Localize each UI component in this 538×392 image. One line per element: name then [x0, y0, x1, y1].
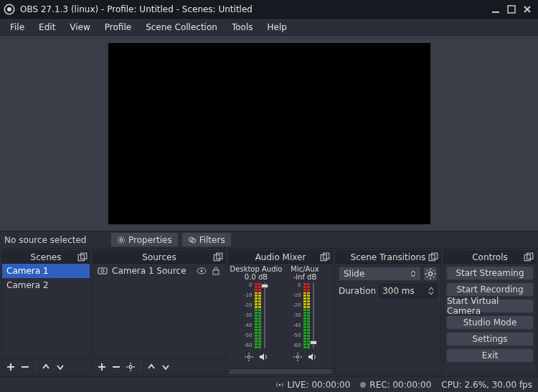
lock-toggle[interactable] — [211, 266, 221, 276]
remove-scene-button[interactable] — [19, 360, 32, 373]
volume-slider[interactable] — [263, 282, 267, 348]
mute-button[interactable] — [306, 351, 318, 363]
mixer-channel-desktop-audio: Desktop Audio 0.0 dB 0-10-20-30-40-50-60 — [232, 265, 280, 368]
channel-settings-button[interactable] — [292, 351, 303, 363]
start-virtual-camera-button[interactable]: Start Virtual Camera — [446, 299, 534, 313]
record-dot-icon — [360, 382, 366, 388]
preview-area — [0, 36, 538, 231]
duration-spinbox[interactable]: 300 ms — [379, 284, 438, 298]
channel-db: 0.0 dB — [245, 273, 268, 281]
sources-undock-button[interactable] — [213, 252, 223, 262]
channel-settings-button[interactable] — [243, 351, 255, 363]
titlebar: OBS 27.1.3 (linux) - Profile: Untitled -… — [0, 0, 538, 19]
menu-view[interactable]: View — [62, 19, 97, 35]
settings-button[interactable]: Settings — [446, 332, 534, 346]
move-scene-down-button[interactable] — [54, 360, 67, 373]
transitions-dock: Scene Transitions Slide Duration — [335, 250, 441, 375]
menu-edit[interactable]: Edit — [32, 19, 62, 35]
svg-point-45 — [296, 355, 299, 358]
window-title: OBS 27.1.3 (linux) - Profile: Untitled -… — [20, 4, 488, 14]
mixer-scrollbar[interactable] — [229, 368, 332, 374]
svg-line-58 — [427, 270, 428, 271]
svg-point-64 — [278, 383, 280, 386]
source-properties-button[interactable] — [124, 360, 137, 373]
svg-point-32 — [129, 365, 132, 368]
filters-icon — [188, 236, 197, 244]
source-item[interactable]: Camera 1 Source — [93, 264, 225, 278]
scenes-title: Scenes — [31, 252, 62, 262]
preview-canvas[interactable] — [108, 43, 430, 224]
source-toolbar: No source selected Properties Filters — [0, 231, 538, 249]
channel-name: Desktop Audio — [230, 265, 283, 273]
svg-point-1 — [7, 7, 11, 11]
start-recording-button[interactable]: Start Recording — [446, 282, 534, 297]
meter-scale: 0-10-20-30-40-50-60 — [295, 282, 302, 348]
source-label: Camera 1 Source — [112, 266, 187, 276]
volume-slider[interactable] — [311, 282, 316, 348]
filters-label: Filters — [199, 235, 225, 245]
menu-tools[interactable]: Tools — [225, 19, 260, 35]
mixer-channel-mic-aux: Mic/Aux -inf dB 0-10-20-30-40-50-60 — [281, 265, 329, 368]
svg-marker-50 — [308, 353, 313, 360]
menu-profile[interactable]: Profile — [98, 19, 138, 35]
close-button[interactable] — [519, 2, 535, 16]
scene-item[interactable]: Camera 1 — [2, 264, 90, 278]
add-scene-button[interactable] — [4, 360, 17, 373]
audio-mixer-dock: Audio Mixer Desktop Audio 0.0 dB 0-10-20… — [228, 250, 333, 375]
mixer-title: Audio Mixer — [255, 252, 306, 262]
controls-undock-button[interactable] — [524, 252, 534, 262]
obs-logo-icon — [3, 3, 16, 16]
transition-select[interactable]: Slide — [339, 267, 421, 281]
status-cpu: CPU: 2.6%, 30.00 fps — [441, 380, 532, 390]
properties-button[interactable]: Properties — [110, 232, 179, 247]
svg-line-61 — [433, 270, 434, 271]
controls-title: Controls — [472, 252, 508, 262]
move-source-up-button[interactable] — [145, 360, 158, 373]
level-meter — [303, 282, 310, 348]
gear-icon — [424, 267, 437, 280]
transition-settings-button[interactable] — [423, 267, 438, 281]
status-rec: REC: 00:00:00 — [360, 380, 431, 390]
source-list: Camera 1 Source — [93, 264, 225, 358]
transitions-title: Scene Transitions — [351, 252, 426, 262]
start-streaming-button[interactable]: Start Streaming — [446, 266, 534, 280]
no-source-label: No source selected — [0, 235, 108, 245]
svg-line-13 — [118, 242, 119, 242]
minimize-button[interactable] — [488, 2, 504, 16]
channel-db: -inf dB — [293, 273, 317, 281]
exit-button[interactable]: Exit — [446, 348, 534, 363]
menu-help[interactable]: Help — [260, 19, 293, 35]
mixer-header: Audio Mixer — [229, 251, 332, 264]
move-source-down-button[interactable] — [159, 360, 172, 373]
scenes-undock-button[interactable] — [77, 252, 88, 262]
svg-rect-24 — [98, 268, 107, 274]
studio-mode-button[interactable]: Studio Mode — [446, 315, 534, 330]
mute-button[interactable] — [258, 351, 269, 363]
add-source-button[interactable] — [95, 360, 108, 373]
separator — [141, 362, 141, 372]
transition-selected: Slide — [344, 269, 364, 279]
svg-line-60 — [427, 277, 428, 277]
channel-name: Mic/Aux — [291, 265, 318, 273]
mixer-undock-button[interactable] — [320, 252, 330, 262]
level-meter — [255, 282, 261, 348]
camera-icon — [98, 266, 108, 276]
svg-line-12 — [123, 242, 124, 242]
move-scene-up-button[interactable] — [39, 360, 52, 373]
duration-label: Duration — [339, 286, 376, 296]
duration-value: 300 ms — [382, 286, 415, 296]
svg-point-53 — [428, 272, 432, 275]
transitions-undock-button[interactable] — [428, 252, 438, 262]
menu-scene-collection[interactable]: Scene Collection — [138, 19, 225, 35]
menu-file[interactable]: File — [3, 19, 32, 35]
svg-line-11 — [118, 237, 119, 238]
meter-scale: 0-10-20-30-40-50-60 — [246, 282, 253, 348]
svg-rect-3 — [508, 6, 515, 13]
svg-marker-44 — [260, 353, 264, 360]
spin-arrows-icon — [428, 287, 434, 295]
filters-button[interactable]: Filters — [181, 232, 232, 247]
maximize-button[interactable] — [504, 2, 519, 16]
scene-item[interactable]: Camera 2 — [2, 278, 90, 292]
remove-source-button[interactable] — [110, 360, 123, 373]
visibility-toggle[interactable] — [197, 266, 207, 276]
